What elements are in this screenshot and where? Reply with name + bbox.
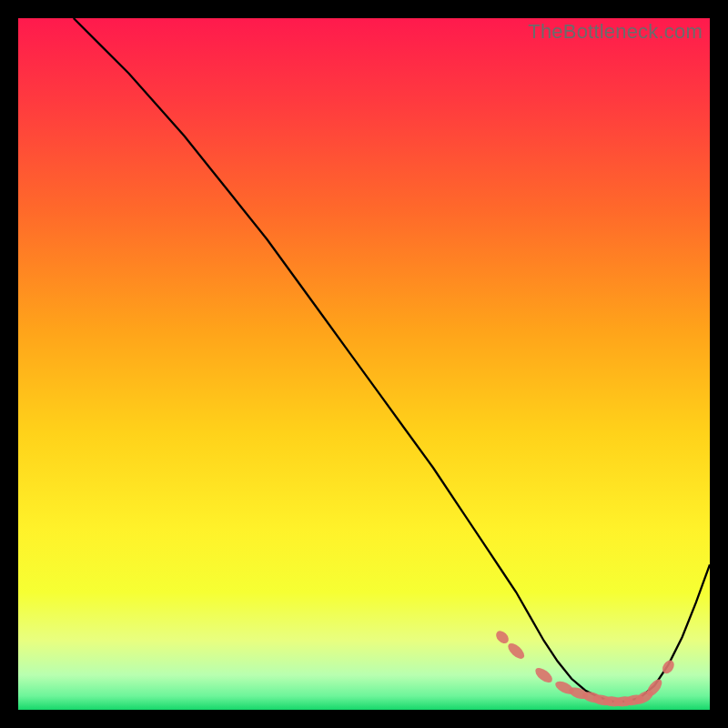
gradient-background [18,18,710,710]
chart-frame: TheBottleneck.com [18,18,710,710]
watermark-text: TheBottleneck.com [528,20,703,44]
plot-svg [18,18,710,710]
